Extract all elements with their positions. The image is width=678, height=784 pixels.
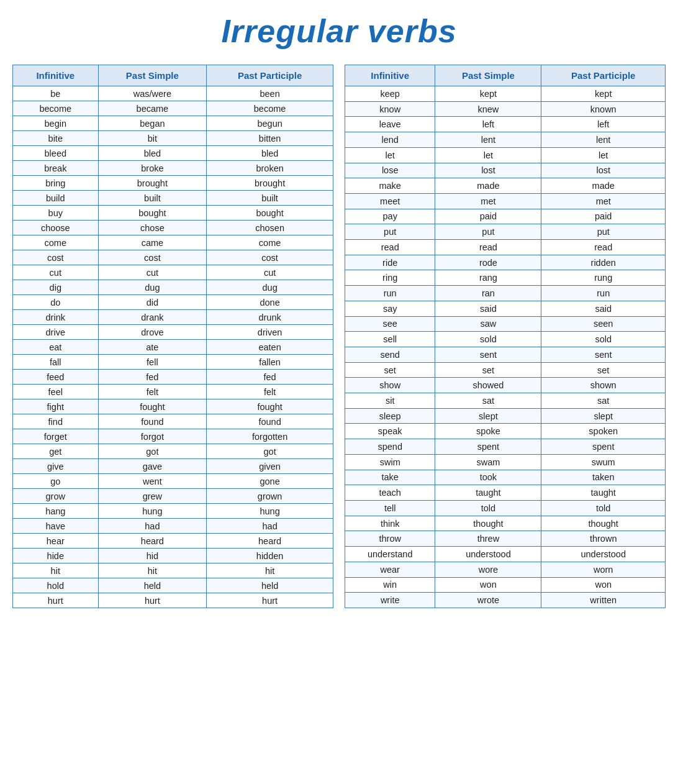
table-cell: driven [207,325,333,340]
table-cell: fell [98,355,207,370]
table-cell: found [98,414,207,429]
table-cell: went [98,474,207,489]
table-cell: gone [207,474,333,489]
table-cell: bitten [207,131,333,146]
table-cell: hit [98,563,207,578]
table-cell: drive [13,325,99,340]
table-cell: let [435,147,541,163]
table-cell: sold [541,332,666,347]
table-cell: showed [435,378,541,393]
table-row: rideroderidden [345,255,666,270]
table-cell: fed [98,370,207,385]
table-cell: hit [13,563,99,578]
table-cell: chosen [207,221,333,235]
table-cell: hit [207,563,333,578]
table-cell: been [207,86,333,101]
table-cell: thought [435,516,541,531]
table-cell: sat [435,393,541,409]
table-cell: lend [345,132,435,148]
table-cell: gave [98,459,207,474]
table-cell: met [435,193,541,209]
table-cell: lost [541,163,666,178]
table-cell: hung [98,504,207,519]
table-cell: grew [98,489,207,504]
table-row: buildbuiltbuilt [13,191,333,206]
table-cell: do [13,295,99,310]
table-cell: met [541,193,666,209]
table-cell: hurt [98,593,207,608]
header-infinitive-right: Infinitive [345,65,435,86]
table-cell: ridden [541,255,666,270]
table-cell: dig [13,280,99,295]
table-row: holdheldheld [13,578,333,593]
table-row: costcostcost [13,250,333,265]
table-cell: set [435,362,541,378]
table-row: hearheardheard [13,534,333,549]
table-cell: rung [541,270,666,286]
table-cell: ring [345,270,435,286]
table-cell: wore [435,562,541,577]
table-row: findfoundfound [13,414,333,429]
tables-wrapper: Infinitive Past Simple Past Participle b… [12,65,666,608]
table-cell: get [13,444,99,459]
table-cell: hid [98,549,207,563]
table-cell: broken [207,161,333,176]
table-cell: cost [98,250,207,265]
table-row: bitebitbitten [13,131,333,146]
table-cell: teach [345,485,435,501]
table-row: seesawseen [345,316,666,332]
table-row: comecamecome [13,235,333,250]
table-cell: have [13,519,99,534]
table-cell: broke [98,161,207,176]
table-cell: choose [13,221,99,235]
table-cell: felt [98,385,207,399]
page-title: Irregular verbs [221,12,456,50]
table-row: sitsatsat [345,393,666,409]
table-cell: find [13,414,99,429]
table-cell: run [541,286,666,301]
table-cell: bit [98,131,207,146]
table-row: havehadhad [13,519,333,534]
table-cell: put [435,224,541,240]
table-row: lendlentlent [345,132,666,148]
table-cell: won [435,577,541,593]
table-cell: took [435,470,541,485]
table-cell: saw [435,316,541,332]
table-cell: drove [98,325,207,340]
table-cell: held [98,578,207,593]
table-row: bewas/werebeen [13,86,333,101]
table-row: hithithit [13,563,333,578]
table-cell: hide [13,549,99,563]
table-cell: dug [98,280,207,295]
table-cell: came [98,235,207,250]
table-row: leaveleftleft [345,117,666,132]
table-cell: lost [435,163,541,178]
table-cell: keep [345,86,435,102]
table-cell: build [13,191,99,206]
table-cell: got [207,444,333,459]
table-cell: cut [13,265,99,280]
table-cell: become [207,101,333,116]
table-cell: swim [345,454,435,470]
table-cell: pay [345,209,435,224]
table-row: telltoldtold [345,500,666,516]
table-cell: slept [435,408,541,424]
table-cell: brought [98,176,207,191]
table-cell: cut [207,265,333,280]
table-cell: fed [207,370,333,385]
table-row: buyboughtbought [13,206,333,221]
table-row: meetmetmet [345,193,666,209]
table-cell: lose [345,163,435,178]
table-row: digdugdug [13,280,333,295]
table-cell: did [98,295,207,310]
table-cell: heard [98,534,207,549]
table-row: swimswamswum [345,454,666,470]
table-row: cutcutcut [13,265,333,280]
table-cell: read [345,240,435,255]
table-row: becomebecamebecome [13,101,333,116]
table-cell: bought [98,206,207,221]
table-row: choosechosechosen [13,221,333,235]
table-cell: taught [541,485,666,501]
table-row: wearworeworn [345,562,666,577]
table-row: forgetforgotforgotten [13,429,333,444]
